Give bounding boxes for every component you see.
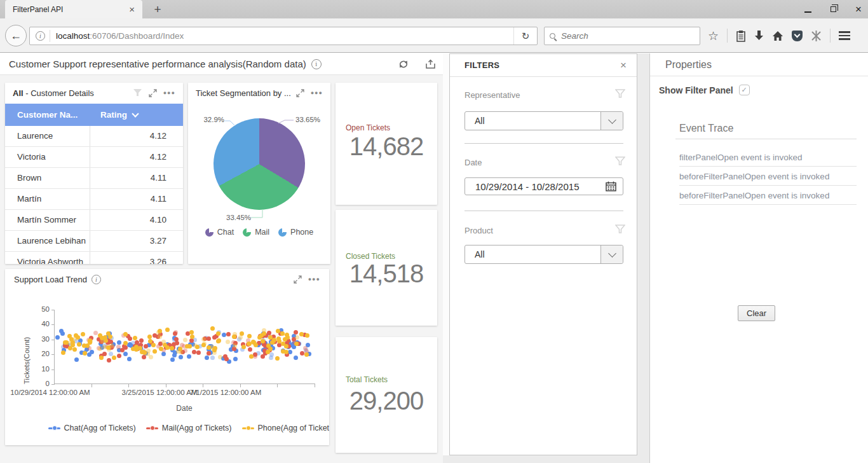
table-header-row: Customer Na... Rating xyxy=(5,104,183,126)
table-row[interactable]: Brown4.11 xyxy=(5,168,183,189)
home-icon[interactable] xyxy=(772,31,783,41)
url-bar[interactable]: i localhost:60706/Dashboard/Index ↻ xyxy=(29,27,538,45)
scatter-point xyxy=(172,353,177,357)
legend-item-chat[interactable]: Chat xyxy=(205,228,234,237)
scatter-point xyxy=(247,334,252,338)
y-axis-tick xyxy=(51,370,55,370)
toolbar-separator xyxy=(830,29,831,43)
filter-funnel-icon[interactable] xyxy=(615,89,625,99)
search-bar[interactable] xyxy=(544,27,700,45)
table-row[interactable]: Laurence Lebihan3.27 xyxy=(5,231,183,252)
x-axis-tick xyxy=(166,384,166,387)
downloads-icon[interactable] xyxy=(754,31,764,41)
new-tab-button[interactable]: + xyxy=(148,2,167,18)
clear-button[interactable]: Clear xyxy=(738,305,775,321)
filter-funnel-icon[interactable] xyxy=(133,88,142,97)
dropdown-button[interactable] xyxy=(600,245,623,263)
dropdown-button[interactable] xyxy=(600,112,623,130)
column-header-customer-name[interactable]: Customer Na... xyxy=(5,104,90,126)
url-text[interactable]: localhost:60706/Dashboard/Index xyxy=(56,31,184,41)
y-axis-tick-label: 40 xyxy=(29,320,50,328)
tab-close-icon[interactable]: × xyxy=(127,4,137,14)
customer-name-cell: Martín Sommer xyxy=(5,210,90,230)
scatter-point xyxy=(205,356,209,360)
menu-icon[interactable] xyxy=(839,31,850,40)
scatter-point xyxy=(268,347,273,351)
scatter-point xyxy=(123,341,128,345)
calendar-icon[interactable] xyxy=(606,181,616,191)
pocket-icon[interactable] xyxy=(792,31,803,41)
properties-panel: Properties Show Filter Panel ✓ Event Tra… xyxy=(649,53,868,463)
widget-header: Support Load Trend i ●●● xyxy=(5,269,329,289)
legend-item[interactable]: Chat(Agg of Tickets) xyxy=(48,424,136,432)
y-axis-tick xyxy=(51,354,55,355)
maximize-icon[interactable] xyxy=(149,89,157,97)
scatter-point xyxy=(149,355,153,359)
bookmark-star-icon[interactable]: ☆ xyxy=(708,30,719,42)
scatter-point xyxy=(216,331,220,336)
show-filter-panel-checkbox[interactable]: ✓ xyxy=(739,85,750,95)
date-range-input[interactable]: 10/29/2014 - 10/28/2015 xyxy=(465,177,623,195)
restore-icon[interactable] xyxy=(831,6,836,12)
info-icon[interactable]: i xyxy=(92,275,101,284)
filter-funnel-icon[interactable] xyxy=(615,156,625,166)
scatter-plot[interactable]: 0102030405010/29/2014 12:00:00 AM3/25/20… xyxy=(54,310,315,384)
ticket-segmentation-widget: Ticket Segmentation by ... ●●● 32.9% 33.… xyxy=(188,83,330,264)
scatter-point xyxy=(90,350,94,354)
search-input[interactable] xyxy=(560,31,695,41)
y-axis-tick xyxy=(51,340,55,340)
extension-icon[interactable] xyxy=(811,31,822,41)
rating-cell: 4.10 xyxy=(90,210,183,230)
legend-item-phone[interactable]: Phone xyxy=(278,228,313,237)
table-row[interactable]: Victoria Ashworth3.26 xyxy=(5,252,183,264)
table-row[interactable]: Martín Sommer4.10 xyxy=(5,210,183,231)
kpi-value: 29,200 xyxy=(336,387,437,415)
info-icon[interactable]: i xyxy=(311,59,322,69)
clipboard-icon[interactable] xyxy=(736,30,746,42)
scatter-point xyxy=(262,331,266,336)
window-close-icon[interactable]: × xyxy=(855,4,862,15)
dashboard-scrollbar[interactable] xyxy=(443,53,449,455)
table-row[interactable]: Laurence4.12 xyxy=(5,126,183,147)
x-axis-tick-label: 3/25/2015 12:00:00 AM xyxy=(122,389,198,396)
scatter-point xyxy=(156,330,161,335)
y-axis-tick-label: 20 xyxy=(29,350,50,357)
scatter-point xyxy=(280,331,285,336)
scatter-point xyxy=(123,352,128,356)
scatter-point xyxy=(189,330,194,335)
back-button[interactable]: ← xyxy=(5,25,27,46)
x-axis-tick xyxy=(315,384,315,387)
table-row[interactable]: Victoria4.12 xyxy=(5,147,183,168)
pie-chart[interactable] xyxy=(214,118,305,210)
column-header-rating[interactable]: Rating xyxy=(90,104,183,126)
scatter-point xyxy=(183,338,187,342)
maximize-icon[interactable] xyxy=(294,275,302,284)
maximize-icon[interactable] xyxy=(296,89,304,97)
filter-funnel-icon[interactable] xyxy=(615,225,625,234)
y-axis-tick-label: 30 xyxy=(29,335,50,343)
more-options-icon[interactable]: ●●● xyxy=(308,276,320,282)
more-options-icon[interactable]: ●●● xyxy=(311,90,323,96)
reload-icon[interactable]: ↻ xyxy=(513,27,537,45)
scatter-point xyxy=(226,332,231,336)
filters-close-icon[interactable]: × xyxy=(620,59,627,72)
rating-cell: 4.11 xyxy=(90,189,183,209)
scatter-point xyxy=(165,328,170,332)
pie-legend-icon xyxy=(278,228,287,237)
scatter-point xyxy=(261,354,265,359)
legend-item-mail[interactable]: Mail xyxy=(243,228,269,237)
legend-item[interactable]: Phone(Agg of Tickets) xyxy=(242,424,329,432)
window-controls: × xyxy=(804,0,862,18)
representative-select[interactable]: All xyxy=(465,111,623,130)
product-select[interactable]: All xyxy=(465,245,623,264)
table-row[interactable]: Martín4.11 xyxy=(5,189,183,210)
scatter-point xyxy=(151,343,156,347)
export-icon[interactable] xyxy=(424,59,437,70)
browser-tab[interactable]: FilterPanel API × xyxy=(5,0,142,18)
dashboard-title: Customer Support representative performa… xyxy=(9,59,306,69)
more-options-icon[interactable]: ●●● xyxy=(163,90,175,96)
legend-item[interactable]: Mail(Agg of Tickets) xyxy=(146,424,232,432)
refresh-icon[interactable] xyxy=(398,59,409,70)
site-info-icon[interactable]: i xyxy=(36,31,45,41)
minimize-icon[interactable] xyxy=(804,11,811,13)
